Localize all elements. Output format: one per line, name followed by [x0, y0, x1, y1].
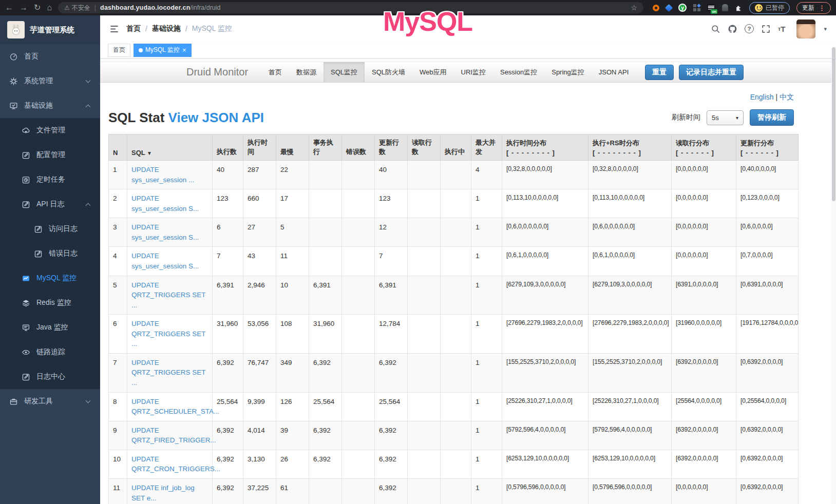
user-avatar[interactable]	[796, 20, 815, 38]
column-header[interactable]: 执行时间分布[ - - - - - - - - ]	[502, 134, 588, 161]
druid-brand[interactable]: Druid Monitor	[186, 66, 248, 78]
column-header[interactable]: 执行数	[213, 134, 243, 161]
sidebar-item-mysql-monitor[interactable]: MySQL 监控	[0, 266, 100, 290]
extension-ghost-icon[interactable]	[722, 4, 728, 11]
profile-paused-pill[interactable]: 已暂停	[749, 2, 790, 14]
table-cell: 6,391	[375, 276, 408, 315]
lang-english-link[interactable]: English	[750, 93, 774, 101]
puzzle-icon[interactable]	[735, 4, 743, 12]
table-cell	[441, 161, 471, 189]
tag-home[interactable]: 首页	[108, 44, 130, 57]
lang-chinese-link[interactable]: 中文	[780, 93, 794, 101]
search-icon[interactable]	[711, 24, 720, 34]
column-header[interactable]: SQL ▼	[127, 134, 213, 161]
sidebar-item-error-logs[interactable]: 错误日志	[0, 241, 100, 266]
column-header[interactable]: 更新行数	[375, 134, 408, 161]
scrollbar-thumb[interactable]	[832, 47, 835, 201]
sidebar-item-trace[interactable]: 链路追踪	[0, 340, 100, 364]
tag-mysql-monitor[interactable]: MySQL 监控 ×	[134, 44, 192, 57]
druid-tab-Session监控[interactable]: Session监控	[493, 62, 544, 82]
sql-link[interactable]: UPDATE QRTZ_TRIGGERS SET ...	[131, 359, 205, 386]
table-cell	[342, 315, 375, 354]
sidebar-item-system-mgmt[interactable]: 系统管理	[0, 69, 100, 93]
sidebar-item-infrastructure[interactable]: 基础设施	[0, 93, 100, 118]
sidebar-item-api-logs[interactable]: API 日志	[0, 192, 100, 217]
hamburger-icon[interactable]	[109, 24, 119, 34]
font-size-icon[interactable]: тT	[778, 25, 786, 33]
column-header[interactable]: 执行+RS时分布[ - - - - - - - - ]	[588, 134, 672, 161]
breadcrumb-infrastructure[interactable]: 基础设施	[152, 24, 181, 33]
extension-kite-icon[interactable]	[665, 4, 673, 12]
reload-icon[interactable]: ↻	[34, 4, 41, 12]
menu-dots-icon[interactable]: ⋮	[819, 4, 825, 12]
fullscreen-icon[interactable]	[761, 24, 771, 34]
column-header[interactable]: 最慢	[276, 134, 309, 161]
table-cell: [0,6,1,0,0,0,0,0]	[502, 247, 588, 276]
table-cell: 6	[213, 218, 243, 247]
druid-tab-Web应用[interactable]: Web应用	[412, 62, 454, 82]
column-header[interactable]: N	[109, 134, 127, 161]
sidebar-item-label: Java 监控	[36, 323, 68, 332]
chevron-down-icon[interactable]: ▾	[824, 26, 827, 32]
column-header[interactable]: 执行时间	[243, 134, 276, 161]
extension-donut-icon[interactable]	[653, 5, 659, 11]
sql-link[interactable]: UPDATE sys_user_session S...	[131, 195, 199, 212]
reset-button[interactable]: 重置	[645, 65, 674, 80]
sql-link[interactable]: UPDATE sys_user_session S...	[131, 252, 199, 270]
sidebar-item-log-center[interactable]: 日志中心	[0, 364, 100, 389]
druid-tab-URI监控[interactable]: URI监控	[454, 62, 493, 82]
druid-tab-SQL监控[interactable]: SQL监控	[324, 62, 365, 82]
security-warning[interactable]: ⚠ 不安全	[64, 4, 90, 12]
sidebar-item-file-mgmt[interactable]: 文件管理	[0, 118, 100, 143]
pause-refresh-button[interactable]: 暂停刷新	[750, 109, 794, 126]
sidebar-item-java-monitor[interactable]: Java 监控	[0, 315, 100, 340]
view-json-api-link[interactable]: View JSON API	[168, 110, 264, 125]
column-header[interactable]: 更新行分布[ - - - - - - ]	[736, 134, 799, 161]
close-icon[interactable]: ×	[182, 47, 186, 53]
sql-link[interactable]: UPDATE QRTZ_SCHEDULER_STA...	[131, 398, 219, 416]
help-icon[interactable]: ?	[745, 24, 754, 33]
table-cell: 40	[213, 161, 243, 189]
vertical-scrollbar[interactable]	[831, 46, 836, 504]
address-bar[interactable]: ⚠ 不安全 | dashboard.yudao.iocoder.cn/infra…	[58, 2, 643, 13]
table-cell: [0,5796,596,0,0,0,0,0]	[502, 478, 588, 504]
sidebar-item-dev-tools[interactable]: 研发工具	[0, 389, 100, 414]
app-logo[interactable]: 芋道管理系统	[0, 15, 100, 44]
bookmark-star-icon[interactable]: ☆	[631, 4, 637, 12]
browser-update-button[interactable]: 更新 ⋮	[796, 2, 831, 14]
column-header[interactable]: 最大并发	[471, 134, 502, 161]
back-icon[interactable]: ←	[5, 4, 13, 12]
sql-link[interactable]: UPDATE QRTZ_TRIGGERS SET ...	[131, 320, 205, 347]
druid-tab-SQL防火墙[interactable]: SQL防火墙	[365, 62, 412, 82]
column-header[interactable]: 读取行分布[ - - - - - - ]	[672, 134, 736, 161]
forward-icon[interactable]: →	[20, 4, 28, 12]
home-icon[interactable]: ⌂	[47, 4, 52, 12]
column-header[interactable]: 错误数	[342, 134, 375, 161]
sql-link[interactable]: UPDATE QRTZ_TRIGGERS SET ...	[131, 281, 205, 309]
extension-list-icon[interactable]: on	[707, 4, 715, 11]
sql-link[interactable]: UPDATE QRTZ_CRON_TRIGGERS...	[131, 455, 220, 473]
breadcrumb-home[interactable]: 首页	[126, 24, 141, 33]
refresh-interval-select[interactable]: 5s ▾	[707, 110, 744, 125]
druid-tab-JSON API[interactable]: JSON API	[592, 62, 636, 82]
sidebar-item-config-mgmt[interactable]: 配置管理	[0, 143, 100, 167]
sql-link[interactable]: UPDATE sys_user_session ...	[131, 166, 194, 184]
sql-link[interactable]: UPDATE sys_user_session S...	[131, 223, 199, 241]
column-header[interactable]: 读取行数	[408, 134, 441, 161]
druid-tab-Spring监控[interactable]: Spring监控	[544, 62, 592, 82]
log-and-reset-button[interactable]: 记录日志并重置	[679, 65, 744, 80]
column-header[interactable]: 执行中	[441, 134, 471, 161]
druid-tab-数据源[interactable]: 数据源	[289, 62, 324, 82]
sidebar-item-redis-monitor[interactable]: Redis 监控	[0, 290, 100, 315]
github-icon[interactable]	[728, 24, 737, 34]
column-header[interactable]: 事务执行	[309, 134, 342, 161]
sidebar-item-access-logs[interactable]: 访问日志	[0, 217, 100, 241]
druid-tab-首页[interactable]: 首页	[261, 62, 289, 82]
extension-blocks-icon[interactable]	[693, 4, 700, 11]
sql-link[interactable]: UPDATE QRTZ_FIRED_TRIGGER...	[131, 427, 216, 444]
table-cell: [25564,0,0,0,0,0]	[672, 392, 736, 421]
extension-green-icon[interactable]: y	[678, 4, 687, 12]
sidebar-item-home[interactable]: 首页	[0, 44, 100, 69]
sidebar-item-scheduled-jobs[interactable]: 定时任务	[0, 167, 100, 192]
sql-link[interactable]: UPDATE inf_job_log SET e...	[131, 484, 195, 502]
